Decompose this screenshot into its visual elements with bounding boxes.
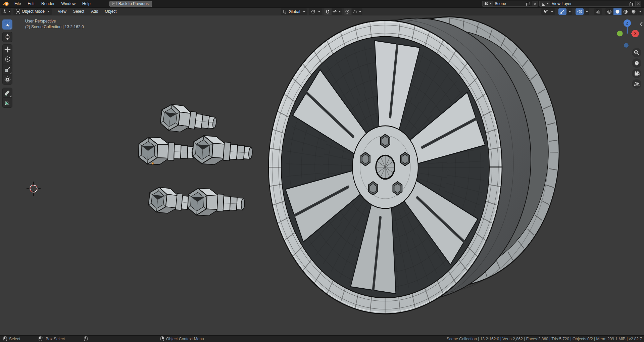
axis-x-label: X (634, 32, 637, 36)
scene-statistics: Scene Collection | 13:2:162:0 | Verts:2,… (447, 337, 642, 341)
annotate-pencil-icon (4, 90, 10, 96)
show-overlays-toggle[interactable] (576, 8, 584, 15)
tool-select-box[interactable] (2, 19, 12, 30)
proportional-editing-toggle[interactable] (344, 8, 351, 15)
menu-add[interactable]: Add (88, 7, 101, 15)
chevron-down-icon (551, 11, 553, 12)
pan-button[interactable] (632, 58, 641, 68)
camera-icon (634, 71, 640, 76)
menu-render[interactable]: Render (38, 0, 58, 7)
transform-icon (4, 76, 11, 83)
wheel-hub (352, 126, 418, 208)
visibility-icon (543, 9, 548, 14)
proportional-falloff-dropdown[interactable] (352, 8, 362, 15)
scale-icon (4, 66, 10, 72)
shading-rendered-button[interactable] (630, 8, 638, 15)
falloff-curve-icon (353, 9, 358, 14)
toggle-perspective-button[interactable] (632, 79, 641, 89)
orientation-axes-icon (283, 9, 287, 14)
chevron-down-icon (569, 11, 571, 12)
menu-file[interactable]: File (11, 0, 24, 7)
collection-info-label: (2) Scene Collection | 13:2:162:0 (25, 24, 84, 30)
hint-select-label: Select (9, 337, 20, 341)
menu-help[interactable]: Help (79, 0, 94, 7)
new-view-layer-icon[interactable] (629, 2, 634, 6)
select-box-icon (4, 21, 10, 28)
tool-cursor[interactable] (2, 32, 12, 42)
chevron-down-icon (639, 11, 641, 12)
shading-wireframe-button[interactable] (605, 8, 613, 15)
snap-toggle[interactable] (324, 8, 332, 15)
scene-browse-button[interactable] (482, 1, 493, 7)
mouse-left-drag-icon (39, 336, 44, 341)
transform-orientation-dropdown[interactable]: Global (281, 8, 307, 15)
toggle-xray-button[interactable] (594, 8, 602, 15)
magnet-icon (326, 9, 330, 14)
shading-material-button[interactable] (622, 8, 630, 15)
scene-selector: Scene (482, 1, 538, 7)
tool-rotate[interactable] (2, 54, 12, 64)
rotate-icon (4, 56, 11, 62)
editor-type-button[interactable] (1, 8, 11, 15)
blender-logo-icon[interactable] (3, 1, 9, 6)
shading-solid-button[interactable] (613, 8, 622, 15)
tool-move[interactable] (2, 44, 12, 54)
snap-settings-dropdown[interactable] (332, 8, 342, 15)
gizmo-icon (560, 9, 565, 14)
object-types-visibility-dropdown[interactable] (541, 8, 555, 15)
show-gizmo-toggle[interactable] (558, 8, 566, 15)
shading-options-chevron[interactable] (638, 8, 643, 15)
hint-select: Select (3, 336, 20, 341)
tool-transform[interactable] (2, 75, 12, 85)
mode-selector[interactable]: Object Mode (13, 8, 52, 15)
new-scene-icon[interactable] (526, 2, 530, 6)
wheel-rim-model[interactable] (268, 17, 559, 314)
editor-3d-viewport-icon (2, 9, 7, 14)
view-layer-selector: View Layer (539, 1, 641, 7)
menu-select[interactable]: Select (70, 7, 87, 15)
pivot-point-dropdown[interactable] (309, 8, 322, 15)
tool-annotate[interactable] (2, 88, 12, 98)
viewport-overlay-text: User Perspective (2) Scene Collection | … (25, 18, 84, 30)
mouse-middle-icon (84, 336, 88, 341)
viewport-3d[interactable] (0, 15, 644, 335)
view-layer-name-field[interactable]: View Layer (550, 1, 636, 7)
hint-box-select-label: Box Select (46, 337, 65, 341)
camera-view-button[interactable] (632, 69, 641, 78)
scene-name-field[interactable]: Scene (493, 1, 532, 7)
lug-nut-2 (138, 137, 196, 166)
zoom-button[interactable] (632, 48, 641, 57)
axis-negative-ball-fill (624, 43, 629, 48)
3d-cursor (27, 182, 41, 196)
menu-edit[interactable]: Edit (24, 0, 38, 7)
chevron-down-icon (547, 3, 549, 4)
scene-icon (484, 2, 488, 6)
axis-y-ball[interactable] (617, 31, 623, 37)
topbar: File Edit Render Window Help Back to Pre… (0, 0, 644, 7)
view-layer-browse-button[interactable] (539, 1, 550, 7)
hint-box-select: Box Select (39, 336, 65, 341)
menu-object[interactable]: Object (102, 7, 120, 15)
object-mode-icon (16, 9, 20, 14)
sidebar-collapse-arrow[interactable] (639, 21, 643, 27)
tool-scale[interactable] (2, 64, 12, 75)
menu-view[interactable]: View (55, 7, 69, 15)
lug-nut-objects[interactable] (138, 103, 253, 218)
snap-increment-icon (332, 9, 337, 14)
lug-nut-1 (159, 103, 218, 136)
gizmo-options-chevron[interactable] (567, 8, 572, 15)
chevron-down-icon (48, 11, 50, 12)
tool-measure[interactable] (2, 98, 12, 108)
back-to-previous-button[interactable]: Back to Previous (109, 1, 152, 7)
remove-view-layer-button[interactable] (636, 1, 641, 7)
view-layer-icon (541, 2, 545, 6)
overlays-options-chevron[interactable] (584, 8, 589, 15)
menu-window[interactable]: Window (58, 0, 79, 7)
chevron-down-icon (318, 11, 320, 12)
chevron-down-icon (339, 11, 341, 12)
pivot-point-icon (311, 9, 315, 14)
axis-z-label: Z (626, 21, 628, 25)
unlink-scene-button[interactable] (532, 1, 538, 7)
perspective-grid-icon (634, 82, 640, 86)
lug-nut-5 (187, 188, 245, 218)
